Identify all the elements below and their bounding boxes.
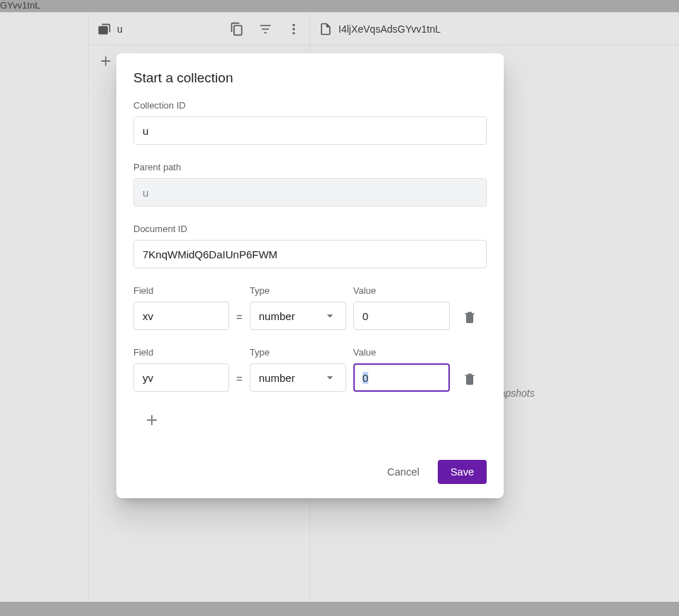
collection-id-label: Collection ID [133, 100, 487, 111]
dialog-title: Start a collection [133, 70, 487, 86]
save-button[interactable]: Save [438, 460, 487, 484]
collection-id-input[interactable] [133, 116, 487, 145]
type-label: Type [250, 347, 346, 358]
value-label: Value [353, 347, 450, 358]
parent-path-input [133, 178, 487, 207]
chevron-down-icon [323, 370, 337, 385]
field-row: Field=TypenumberValue0 [133, 285, 487, 330]
cancel-button[interactable]: Cancel [380, 461, 426, 483]
field-name-input[interactable] [133, 363, 229, 392]
field-row: Field=TypenumberValue0 [133, 347, 487, 392]
type-select[interactable]: number [250, 302, 346, 330]
document-id-label: Document ID [133, 224, 487, 234]
value-label: Value [353, 285, 450, 296]
add-field-button[interactable] [140, 409, 163, 431]
document-id-input[interactable] [133, 240, 487, 268]
delete-field-button[interactable] [463, 310, 477, 330]
delete-field-button[interactable] [463, 372, 477, 392]
field-label: Field [133, 347, 229, 358]
field-label: Field [133, 285, 229, 296]
parent-path-label: Parent path [133, 162, 487, 172]
trash-icon [463, 310, 477, 324]
type-label: Type [250, 285, 346, 296]
start-collection-dialog: Start a collection Collection ID Parent … [116, 53, 504, 498]
value-input[interactable]: 0 [353, 302, 450, 330]
value-input[interactable]: 0 [353, 363, 450, 392]
type-select[interactable]: number [250, 363, 346, 392]
trash-icon [463, 372, 477, 386]
modal-overlay: Start a collection Collection ID Parent … [0, 0, 679, 616]
field-name-input[interactable] [133, 302, 229, 330]
chevron-down-icon [323, 309, 337, 323]
equals-sign: = [236, 373, 243, 392]
equals-sign: = [236, 311, 243, 330]
